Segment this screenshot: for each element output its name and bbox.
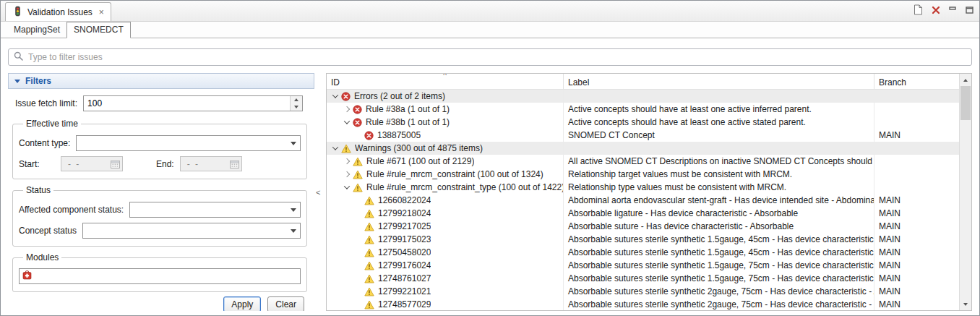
issue-label: Absorbable sutures sterile synthetic 1.5… bbox=[564, 272, 874, 285]
start-date-input[interactable]: - - bbox=[61, 156, 123, 171]
table-body: Errors (2 out of 2 items)Rule #38a (1 ou… bbox=[327, 90, 959, 310]
calendar-icon[interactable] bbox=[230, 160, 239, 168]
view-tab-title: Validation Issues bbox=[27, 7, 93, 17]
issue-id: 12750458020 bbox=[378, 247, 431, 257]
chevron-down-icon[interactable] bbox=[330, 146, 340, 150]
affected-component-select[interactable] bbox=[129, 202, 301, 218]
scrollbar-thumb[interactable] bbox=[960, 86, 971, 120]
report-page-icon[interactable] bbox=[913, 4, 923, 15]
filter-issues-input[interactable] bbox=[28, 52, 966, 62]
table-row[interactable]: 12799221021Absorbable sutures sterile sy… bbox=[327, 285, 959, 298]
issues-table-main: ID ^ Label Branch Errors (2 out of 2 ite… bbox=[327, 74, 959, 310]
status-title: Status bbox=[23, 185, 53, 195]
issue-id: 12748761027 bbox=[378, 273, 431, 283]
table-row[interactable]: Rule #671 (100 out of 2129)All active SN… bbox=[327, 155, 959, 168]
table-row[interactable]: 12750458020Absorbable sutures sterile sy… bbox=[327, 246, 959, 259]
table-row[interactable]: Warnings (300 out of 4875 items) bbox=[327, 142, 959, 155]
issue-label: Relationship target values must be consi… bbox=[564, 168, 874, 181]
view-tab-bar: Validation Issues × bbox=[1, 1, 979, 22]
issue-id: 12799217025 bbox=[378, 221, 431, 231]
filter-issues-box bbox=[8, 48, 972, 66]
chevron-down-icon[interactable] bbox=[341, 120, 352, 124]
issue-label: Relationship type values must be consist… bbox=[564, 181, 874, 194]
warning-icon bbox=[364, 261, 374, 270]
clear-issues-icon[interactable] bbox=[932, 6, 940, 14]
scrollbar-track[interactable] bbox=[960, 86, 971, 298]
table-row[interactable]: Rule #rule_mrcm_constraint_type (100 out… bbox=[327, 181, 959, 194]
issues-table: ID ^ Label Branch Errors (2 out of 2 ite… bbox=[326, 73, 972, 311]
issue-fetch-limit-label: Issue fetch limit: bbox=[15, 98, 77, 108]
issue-id: Rule #rule_mrcm_constraint (100 out of 1… bbox=[366, 169, 543, 179]
effective-time-group: Effective time Content type: Start: - - bbox=[12, 119, 307, 179]
chevron-down-icon[interactable] bbox=[341, 185, 352, 189]
table-row[interactable]: Errors (2 out of 2 items) bbox=[327, 90, 959, 103]
tab-validation-issues[interactable]: Validation Issues × bbox=[5, 2, 111, 21]
warning-icon bbox=[364, 274, 374, 283]
chevron-right-icon[interactable] bbox=[341, 107, 352, 111]
warning-icon bbox=[341, 144, 351, 153]
issue-label bbox=[564, 90, 874, 103]
issue-branch: MAIN bbox=[874, 298, 959, 310]
issue-fetch-limit-input[interactable] bbox=[84, 96, 290, 111]
table-row[interactable]: 12799217025Absorbable suture - Has devic… bbox=[327, 220, 959, 233]
warning-icon bbox=[364, 196, 374, 205]
table-row[interactable]: Rule #38b (1 out of 1)Active concepts sh… bbox=[327, 116, 959, 129]
chevron-down-icon bbox=[291, 229, 296, 233]
spinner-down-icon[interactable] bbox=[291, 103, 302, 111]
module-icon bbox=[22, 270, 32, 282]
issue-label: Absorbable sutures sterile synthetic 2ga… bbox=[564, 298, 874, 310]
warning-icon bbox=[353, 157, 363, 166]
table-row[interactable]: 12799176024Absorbable sutures sterile sy… bbox=[327, 259, 959, 272]
issue-id: Rule #38b (1 out of 1) bbox=[366, 117, 450, 127]
minimize-icon[interactable] bbox=[949, 7, 957, 14]
search-icon bbox=[14, 51, 23, 63]
end-date-label: End: bbox=[156, 159, 174, 169]
maximize-icon[interactable] bbox=[966, 7, 973, 14]
issue-label bbox=[564, 142, 874, 155]
table-row[interactable]: Rule #38a (1 out of 1)Active concepts sh… bbox=[327, 103, 959, 116]
end-date-input[interactable]: - - bbox=[180, 156, 242, 171]
issue-fetch-limit-row: Issue fetch limit: bbox=[15, 95, 303, 111]
validation-issues-view: Validation Issues × MappingSet SNOMEDCT bbox=[0, 0, 980, 316]
chevron-right-icon[interactable] bbox=[341, 159, 352, 163]
scroll-up-icon[interactable] bbox=[960, 74, 971, 86]
apply-button[interactable]: Apply bbox=[223, 296, 261, 311]
tab-snomedct[interactable]: SNOMEDCT bbox=[66, 22, 131, 38]
filters-panel: Filters Issue fetch limit: Effective tim… bbox=[8, 73, 314, 311]
panel-sash[interactable]: < bbox=[314, 73, 326, 311]
modules-group: Modules bbox=[12, 252, 307, 292]
table-row[interactable]: 12799218024Absorbable ligature - Has dev… bbox=[327, 207, 959, 220]
table-row[interactable]: 12748761027Absorbable sutures sterile sy… bbox=[327, 272, 959, 285]
concept-status-select[interactable] bbox=[82, 223, 301, 239]
calendar-icon[interactable] bbox=[111, 160, 120, 168]
collapse-panel-icon[interactable]: < bbox=[314, 188, 320, 197]
issue-branch: MAIN bbox=[874, 233, 959, 246]
issue-label: Absorbable ligature - Has device charact… bbox=[564, 207, 874, 220]
table-row[interactable]: 12799175023Absorbable sutures sterile sy… bbox=[327, 233, 959, 246]
issue-branch: MAIN bbox=[874, 207, 959, 220]
spinner-up-icon[interactable] bbox=[291, 96, 302, 103]
column-header-label[interactable]: Label bbox=[564, 74, 874, 89]
table-row[interactable]: 12660822024Abdominal aorta endovascular … bbox=[327, 194, 959, 207]
chevron-down-icon[interactable] bbox=[330, 94, 340, 98]
clear-button[interactable]: Clear bbox=[267, 296, 304, 311]
issue-branch: MAIN bbox=[874, 246, 959, 259]
filters-section-header[interactable]: Filters bbox=[8, 73, 314, 89]
modules-input[interactable] bbox=[35, 271, 297, 281]
chevron-right-icon[interactable] bbox=[341, 172, 352, 176]
warning-icon bbox=[364, 235, 374, 244]
tab-mappingset[interactable]: MappingSet bbox=[7, 22, 66, 38]
table-row[interactable]: 12748577029Absorbable sutures sterile sy… bbox=[327, 298, 959, 310]
issue-label: Absorbable sutures sterile synthetic 1.5… bbox=[564, 259, 874, 272]
warning-icon bbox=[364, 248, 374, 257]
scroll-down-icon[interactable] bbox=[960, 298, 971, 310]
table-row[interactable]: Rule #rule_mrcm_constraint (100 out of 1… bbox=[327, 168, 959, 181]
content-type-select[interactable] bbox=[76, 135, 301, 151]
column-header-branch[interactable]: Branch bbox=[874, 74, 959, 89]
column-header-id[interactable]: ID ^ bbox=[327, 74, 564, 89]
table-row[interactable]: 138875005SNOMED CT ConceptMAIN bbox=[327, 129, 959, 142]
issue-id: Rule #38a (1 out of 1) bbox=[366, 104, 450, 114]
start-date-value: - - bbox=[68, 159, 111, 169]
issue-branch bbox=[874, 168, 959, 181]
close-tab-icon[interactable]: × bbox=[99, 8, 104, 17]
